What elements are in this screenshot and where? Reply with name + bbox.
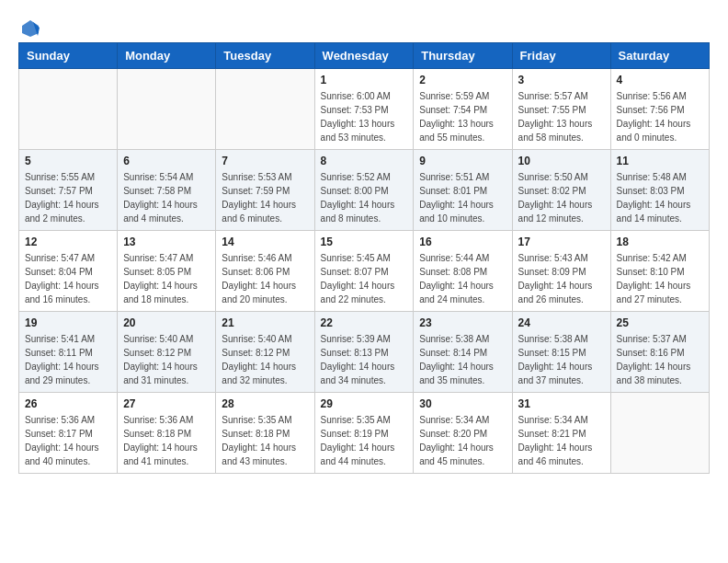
day-number: 12 xyxy=(25,236,111,248)
calendar-cell: 2Sunrise: 5:59 AMSunset: 7:54 PMDaylight… xyxy=(414,69,512,150)
header-saturday: Saturday xyxy=(610,43,709,69)
day-number: 20 xyxy=(123,316,210,329)
day-number: 8 xyxy=(321,155,408,167)
day-number: 22 xyxy=(321,316,408,329)
calendar-table: SundayMondayTuesdayWednesdayThursdayFrid… xyxy=(18,42,710,474)
calendar-week-3: 12Sunrise: 5:47 AMSunset: 8:04 PMDayligh… xyxy=(19,231,710,312)
calendar-cell: 23Sunrise: 5:38 AMSunset: 8:14 PMDayligh… xyxy=(414,312,512,393)
calendar-cell: 19Sunrise: 5:41 AMSunset: 8:11 PMDayligh… xyxy=(19,312,118,393)
day-number: 7 xyxy=(222,155,308,167)
day-number: 27 xyxy=(123,397,210,410)
day-number: 1 xyxy=(321,74,408,86)
header-tuesday: Tuesday xyxy=(216,43,314,69)
day-info: Sunrise: 5:44 AMSunset: 8:08 PMDaylight:… xyxy=(419,251,506,306)
day-number: 17 xyxy=(518,236,605,248)
calendar-cell: 8Sunrise: 5:52 AMSunset: 8:00 PMDaylight… xyxy=(314,150,414,231)
day-info: Sunrise: 5:48 AMSunset: 8:03 PMDaylight:… xyxy=(617,170,703,225)
calendar-cell: 28Sunrise: 5:35 AMSunset: 8:18 PMDayligh… xyxy=(216,393,314,474)
calendar-cell: 9Sunrise: 5:51 AMSunset: 8:01 PMDaylight… xyxy=(414,150,512,231)
calendar-cell: 26Sunrise: 5:36 AMSunset: 8:17 PMDayligh… xyxy=(19,393,118,474)
day-info: Sunrise: 5:54 AMSunset: 7:58 PMDaylight:… xyxy=(123,170,210,225)
day-info: Sunrise: 5:57 AMSunset: 7:55 PMDaylight:… xyxy=(518,89,605,144)
day-info: Sunrise: 5:39 AMSunset: 8:13 PMDaylight:… xyxy=(321,332,408,387)
day-info: Sunrise: 6:00 AMSunset: 7:53 PMDaylight:… xyxy=(321,89,408,144)
day-number: 26 xyxy=(25,397,111,410)
day-number: 28 xyxy=(222,397,308,410)
day-info: Sunrise: 5:35 AMSunset: 8:19 PMDaylight:… xyxy=(321,413,408,468)
day-info: Sunrise: 5:42 AMSunset: 8:10 PMDaylight:… xyxy=(617,251,703,306)
calendar-header-row: SundayMondayTuesdayWednesdayThursdayFrid… xyxy=(19,43,710,69)
day-info: Sunrise: 5:59 AMSunset: 7:54 PMDaylight:… xyxy=(419,89,506,144)
day-info: Sunrise: 5:38 AMSunset: 8:15 PMDaylight:… xyxy=(518,332,605,387)
day-number: 15 xyxy=(321,236,408,248)
day-info: Sunrise: 5:51 AMSunset: 8:01 PMDaylight:… xyxy=(419,170,506,225)
page-header xyxy=(18,18,710,35)
calendar-cell: 6Sunrise: 5:54 AMSunset: 7:58 PMDaylight… xyxy=(118,150,216,231)
calendar-cell: 4Sunrise: 5:56 AMSunset: 7:56 PMDaylight… xyxy=(610,69,709,150)
day-number: 29 xyxy=(321,397,408,410)
day-info: Sunrise: 5:37 AMSunset: 8:16 PMDaylight:… xyxy=(617,332,703,387)
day-number: 4 xyxy=(617,74,703,86)
day-info: Sunrise: 5:38 AMSunset: 8:14 PMDaylight:… xyxy=(419,332,506,387)
calendar-cell: 20Sunrise: 5:40 AMSunset: 8:12 PMDayligh… xyxy=(118,312,216,393)
day-info: Sunrise: 5:45 AMSunset: 8:07 PMDaylight:… xyxy=(321,251,408,306)
logo-icon xyxy=(20,18,40,39)
day-number: 30 xyxy=(419,397,506,410)
calendar-cell: 18Sunrise: 5:42 AMSunset: 8:10 PMDayligh… xyxy=(610,231,709,312)
calendar-cell: 25Sunrise: 5:37 AMSunset: 8:16 PMDayligh… xyxy=(610,312,709,393)
day-number: 31 xyxy=(518,397,605,410)
day-number: 25 xyxy=(617,316,703,329)
calendar-cell: 29Sunrise: 5:35 AMSunset: 8:19 PMDayligh… xyxy=(314,393,414,474)
calendar-cell: 21Sunrise: 5:40 AMSunset: 8:12 PMDayligh… xyxy=(216,312,314,393)
day-number: 18 xyxy=(617,236,703,248)
calendar-cell: 1Sunrise: 6:00 AMSunset: 7:53 PMDaylight… xyxy=(314,69,414,150)
calendar-week-2: 5Sunrise: 5:55 AMSunset: 7:57 PMDaylight… xyxy=(19,150,710,231)
day-info: Sunrise: 5:55 AMSunset: 7:57 PMDaylight:… xyxy=(25,170,111,225)
day-number: 10 xyxy=(518,155,605,167)
calendar-cell: 16Sunrise: 5:44 AMSunset: 8:08 PMDayligh… xyxy=(414,231,512,312)
calendar-week-4: 19Sunrise: 5:41 AMSunset: 8:11 PMDayligh… xyxy=(19,312,710,393)
day-number: 19 xyxy=(25,316,111,329)
calendar-cell: 10Sunrise: 5:50 AMSunset: 8:02 PMDayligh… xyxy=(512,150,610,231)
calendar-cell: 14Sunrise: 5:46 AMSunset: 8:06 PMDayligh… xyxy=(216,231,314,312)
day-number: 21 xyxy=(222,316,308,329)
day-info: Sunrise: 5:41 AMSunset: 8:11 PMDaylight:… xyxy=(25,332,111,387)
day-info: Sunrise: 5:53 AMSunset: 7:59 PMDaylight:… xyxy=(222,170,308,225)
day-info: Sunrise: 5:52 AMSunset: 8:00 PMDaylight:… xyxy=(321,170,408,225)
header-monday: Monday xyxy=(118,43,216,69)
day-info: Sunrise: 5:36 AMSunset: 8:17 PMDaylight:… xyxy=(25,413,111,468)
day-info: Sunrise: 5:56 AMSunset: 7:56 PMDaylight:… xyxy=(617,89,703,144)
calendar-cell xyxy=(610,393,709,474)
calendar-week-5: 26Sunrise: 5:36 AMSunset: 8:17 PMDayligh… xyxy=(19,393,710,474)
day-number: 23 xyxy=(419,316,506,329)
calendar-cell: 24Sunrise: 5:38 AMSunset: 8:15 PMDayligh… xyxy=(512,312,610,393)
day-number: 3 xyxy=(518,74,605,86)
header-friday: Friday xyxy=(512,43,610,69)
logo xyxy=(18,18,40,35)
day-info: Sunrise: 5:43 AMSunset: 8:09 PMDaylight:… xyxy=(518,251,605,306)
day-info: Sunrise: 5:46 AMSunset: 8:06 PMDaylight:… xyxy=(222,251,308,306)
day-number: 5 xyxy=(25,155,111,167)
calendar-cell xyxy=(216,69,314,150)
header-sunday: Sunday xyxy=(19,43,118,69)
calendar-cell: 11Sunrise: 5:48 AMSunset: 8:03 PMDayligh… xyxy=(610,150,709,231)
calendar-cell: 12Sunrise: 5:47 AMSunset: 8:04 PMDayligh… xyxy=(19,231,118,312)
day-info: Sunrise: 5:36 AMSunset: 8:18 PMDaylight:… xyxy=(123,413,210,468)
calendar-cell: 13Sunrise: 5:47 AMSunset: 8:05 PMDayligh… xyxy=(118,231,216,312)
calendar-week-1: 1Sunrise: 6:00 AMSunset: 7:53 PMDaylight… xyxy=(19,69,710,150)
calendar-cell: 17Sunrise: 5:43 AMSunset: 8:09 PMDayligh… xyxy=(512,231,610,312)
day-number: 24 xyxy=(518,316,605,329)
calendar-cell: 22Sunrise: 5:39 AMSunset: 8:13 PMDayligh… xyxy=(314,312,414,393)
header-thursday: Thursday xyxy=(414,43,512,69)
calendar-cell xyxy=(118,69,216,150)
calendar-cell: 27Sunrise: 5:36 AMSunset: 8:18 PMDayligh… xyxy=(118,393,216,474)
day-info: Sunrise: 5:34 AMSunset: 8:20 PMDaylight:… xyxy=(419,413,506,468)
calendar-cell: 7Sunrise: 5:53 AMSunset: 7:59 PMDaylight… xyxy=(216,150,314,231)
day-number: 6 xyxy=(123,155,210,167)
day-number: 11 xyxy=(617,155,703,167)
day-number: 14 xyxy=(222,236,308,248)
day-info: Sunrise: 5:34 AMSunset: 8:21 PMDaylight:… xyxy=(518,413,605,468)
day-info: Sunrise: 5:47 AMSunset: 8:05 PMDaylight:… xyxy=(123,251,210,306)
day-info: Sunrise: 5:50 AMSunset: 8:02 PMDaylight:… xyxy=(518,170,605,225)
day-info: Sunrise: 5:40 AMSunset: 8:12 PMDaylight:… xyxy=(123,332,210,387)
